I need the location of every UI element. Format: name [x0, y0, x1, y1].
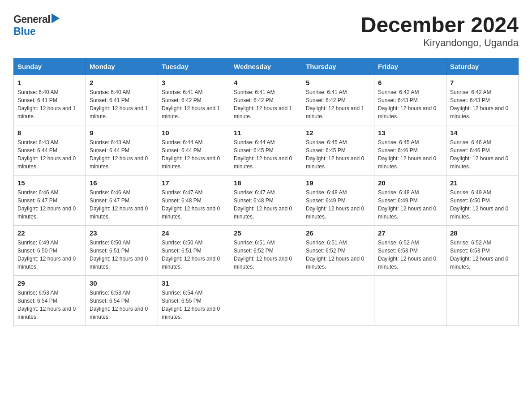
day-number: 29 [17, 279, 82, 287]
title-block: December 2024 Kiryandongo, Uganda [361, 13, 519, 49]
day-number: 31 [162, 279, 226, 287]
calendar-day-cell: 22 Sunrise: 6:49 AMSunset: 6:50 PMDaylig… [14, 225, 86, 275]
day-number: 18 [234, 179, 298, 187]
calendar-day-cell: 8 Sunrise: 6:43 AMSunset: 6:44 PMDayligh… [14, 125, 86, 175]
day-info: Sunrise: 6:42 AMSunset: 6:43 PMDaylight:… [378, 89, 436, 120]
calendar-day-cell: 26 Sunrise: 6:51 AMSunset: 6:52 PMDaylig… [302, 225, 374, 275]
day-info: Sunrise: 6:46 AMSunset: 6:47 PMDaylight:… [90, 189, 148, 220]
day-number: 20 [378, 179, 442, 187]
day-info: Sunrise: 6:46 AMSunset: 6:46 PMDaylight:… [450, 139, 508, 170]
day-info: Sunrise: 6:41 AMSunset: 6:42 PMDaylight:… [306, 89, 364, 120]
calendar-day-cell: 11 Sunrise: 6:44 AMSunset: 6:45 PMDaylig… [230, 125, 302, 175]
day-number: 12 [306, 129, 370, 137]
calendar-day-cell: 30 Sunrise: 6:53 AMSunset: 6:54 PMDaylig… [86, 275, 158, 325]
calendar-day-cell: 5 Sunrise: 6:41 AMSunset: 6:42 PMDayligh… [302, 75, 374, 125]
calendar-day-cell: 15 Sunrise: 6:46 AMSunset: 6:47 PMDaylig… [14, 175, 86, 225]
calendar-day-header: Thursday [302, 58, 374, 75]
calendar-day-cell: 31 Sunrise: 6:54 AMSunset: 6:55 PMDaylig… [158, 275, 230, 325]
calendar-day-cell: 9 Sunrise: 6:43 AMSunset: 6:44 PMDayligh… [86, 125, 158, 175]
day-info: Sunrise: 6:51 AMSunset: 6:52 PMDaylight:… [306, 240, 364, 270]
svg-marker-0 [51, 13, 60, 23]
logo-general-text: General [13, 13, 50, 26]
day-number: 4 [234, 79, 298, 86]
calendar-day-cell: 27 Sunrise: 6:52 AMSunset: 6:53 PMDaylig… [374, 225, 446, 275]
calendar-day-header: Monday [86, 58, 158, 75]
day-number: 6 [378, 79, 442, 86]
calendar-day-cell: 17 Sunrise: 6:47 AMSunset: 6:48 PMDaylig… [158, 175, 230, 225]
day-number: 9 [90, 129, 154, 137]
day-number: 7 [450, 79, 515, 86]
calendar-day-cell: 28 Sunrise: 6:52 AMSunset: 6:53 PMDaylig… [446, 225, 519, 275]
day-number: 25 [234, 229, 298, 237]
calendar-day-cell: 20 Sunrise: 6:48 AMSunset: 6:49 PMDaylig… [374, 175, 446, 225]
day-number: 15 [17, 179, 82, 187]
day-info: Sunrise: 6:54 AMSunset: 6:55 PMDaylight:… [162, 290, 220, 320]
day-info: Sunrise: 6:52 AMSunset: 6:53 PMDaylight:… [378, 240, 436, 270]
calendar-week-row: 29 Sunrise: 6:53 AMSunset: 6:54 PMDaylig… [14, 275, 519, 325]
day-info: Sunrise: 6:42 AMSunset: 6:43 PMDaylight:… [450, 89, 508, 120]
day-info: Sunrise: 6:53 AMSunset: 6:54 PMDaylight:… [90, 290, 148, 320]
calendar-location: Kiryandongo, Uganda [361, 37, 519, 49]
calendar-day-cell: 4 Sunrise: 6:41 AMSunset: 6:42 PMDayligh… [230, 75, 302, 125]
day-info: Sunrise: 6:41 AMSunset: 6:42 PMDaylight:… [234, 89, 292, 120]
logo: General Blue [13, 13, 60, 38]
calendar-day-cell: 13 Sunrise: 6:45 AMSunset: 6:46 PMDaylig… [374, 125, 446, 175]
calendar-day-cell: 25 Sunrise: 6:51 AMSunset: 6:52 PMDaylig… [230, 225, 302, 275]
logo-blue-text: Blue [13, 26, 36, 37]
calendar-week-row: 8 Sunrise: 6:43 AMSunset: 6:44 PMDayligh… [14, 125, 519, 175]
day-info: Sunrise: 6:44 AMSunset: 6:45 PMDaylight:… [234, 139, 292, 170]
calendar-table: SundayMondayTuesdayWednesdayThursdayFrid… [13, 58, 519, 326]
calendar-day-cell: 29 Sunrise: 6:53 AMSunset: 6:54 PMDaylig… [14, 275, 86, 325]
day-info: Sunrise: 6:41 AMSunset: 6:42 PMDaylight:… [162, 89, 220, 120]
day-info: Sunrise: 6:52 AMSunset: 6:53 PMDaylight:… [450, 240, 508, 270]
day-info: Sunrise: 6:45 AMSunset: 6:45 PMDaylight:… [306, 139, 364, 170]
day-number: 1 [17, 79, 82, 86]
calendar-day-cell: 14 Sunrise: 6:46 AMSunset: 6:46 PMDaylig… [446, 125, 519, 175]
day-info: Sunrise: 6:43 AMSunset: 6:44 PMDaylight:… [17, 139, 76, 170]
calendar-week-row: 22 Sunrise: 6:49 AMSunset: 6:50 PMDaylig… [14, 225, 519, 275]
page-header: General Blue December 2024 Kiryandongo, … [13, 13, 519, 49]
day-number: 11 [234, 129, 298, 137]
day-number: 16 [90, 179, 154, 187]
calendar-day-header: Friday [374, 58, 446, 75]
calendar-week-row: 1 Sunrise: 6:40 AMSunset: 6:41 PMDayligh… [14, 75, 519, 125]
day-number: 23 [90, 229, 154, 237]
day-number: 22 [17, 229, 82, 237]
day-number: 26 [306, 229, 370, 237]
calendar-day-cell: 1 Sunrise: 6:40 AMSunset: 6:41 PMDayligh… [14, 75, 86, 125]
day-number: 5 [306, 79, 370, 86]
day-info: Sunrise: 6:53 AMSunset: 6:54 PMDaylight:… [17, 290, 76, 320]
day-info: Sunrise: 6:50 AMSunset: 6:51 PMDaylight:… [90, 240, 148, 270]
calendar-day-cell: 12 Sunrise: 6:45 AMSunset: 6:45 PMDaylig… [302, 125, 374, 175]
day-info: Sunrise: 6:49 AMSunset: 6:50 PMDaylight:… [17, 240, 76, 270]
calendar-day-header: Tuesday [158, 58, 230, 75]
day-number: 14 [450, 129, 515, 137]
calendar-day-header: Wednesday [230, 58, 302, 75]
day-number: 3 [162, 79, 226, 86]
day-info: Sunrise: 6:48 AMSunset: 6:49 PMDaylight:… [378, 189, 436, 220]
calendar-day-header: Sunday [14, 58, 86, 75]
day-info: Sunrise: 6:47 AMSunset: 6:48 PMDaylight:… [162, 189, 220, 220]
logo-arrow-icon [51, 13, 60, 25]
day-number: 10 [162, 129, 226, 137]
day-number: 27 [378, 229, 442, 237]
day-info: Sunrise: 6:49 AMSunset: 6:50 PMDaylight:… [450, 189, 508, 220]
calendar-day-cell [446, 275, 519, 325]
calendar-header-row: SundayMondayTuesdayWednesdayThursdayFrid… [14, 58, 519, 75]
calendar-day-cell: 23 Sunrise: 6:50 AMSunset: 6:51 PMDaylig… [86, 225, 158, 275]
calendar-day-cell: 7 Sunrise: 6:42 AMSunset: 6:43 PMDayligh… [446, 75, 519, 125]
day-info: Sunrise: 6:40 AMSunset: 6:41 PMDaylight:… [17, 89, 76, 120]
calendar-title: December 2024 [361, 13, 519, 37]
day-number: 24 [162, 229, 226, 237]
calendar-day-cell: 24 Sunrise: 6:50 AMSunset: 6:51 PMDaylig… [158, 225, 230, 275]
day-number: 13 [378, 129, 442, 137]
calendar-day-cell: 10 Sunrise: 6:44 AMSunset: 6:44 PMDaylig… [158, 125, 230, 175]
day-number: 21 [450, 179, 515, 187]
day-number: 17 [162, 179, 226, 187]
day-info: Sunrise: 6:51 AMSunset: 6:52 PMDaylight:… [234, 240, 292, 270]
calendar-day-cell: 19 Sunrise: 6:48 AMSunset: 6:49 PMDaylig… [302, 175, 374, 225]
calendar-week-row: 15 Sunrise: 6:46 AMSunset: 6:47 PMDaylig… [14, 175, 519, 225]
day-info: Sunrise: 6:45 AMSunset: 6:46 PMDaylight:… [378, 139, 436, 170]
day-number: 28 [450, 229, 515, 237]
day-info: Sunrise: 6:50 AMSunset: 6:51 PMDaylight:… [162, 240, 220, 270]
